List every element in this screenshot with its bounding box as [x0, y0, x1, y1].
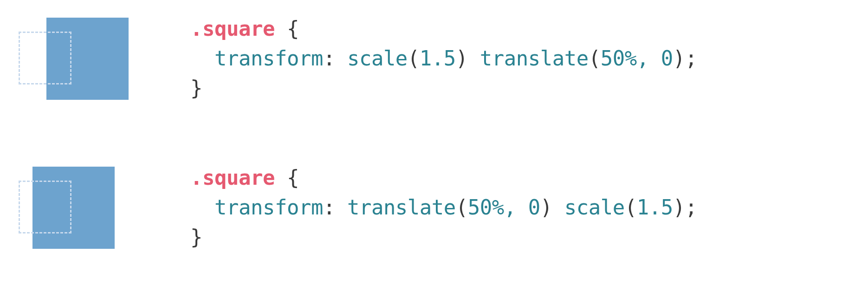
- origin-outline: [19, 181, 71, 233]
- semicolon: ;: [685, 46, 697, 70]
- fn-name: translate: [480, 46, 589, 70]
- origin-outline: [19, 32, 71, 84]
- css-property: transform: [214, 46, 323, 70]
- close-brace: }: [190, 225, 202, 249]
- fn-args: 1.5: [637, 195, 673, 219]
- example-row-1: .square { transform: scale(1.5) translat…: [19, 14, 849, 103]
- css-property: transform: [214, 195, 323, 219]
- fn-args: 1.5: [420, 46, 456, 70]
- fn-name: scale: [347, 46, 408, 70]
- open-paren: (: [408, 46, 420, 70]
- close-paren: ): [456, 46, 468, 70]
- fn-name: scale: [564, 195, 625, 219]
- css-selector: .square: [190, 166, 275, 189]
- open-paren: (: [625, 195, 637, 219]
- semicolon: ;: [685, 195, 697, 219]
- close-paren: ): [673, 195, 685, 219]
- fn-args: 50%, 0: [468, 195, 540, 219]
- example-row-2: .square { transform: translate(50%, 0) s…: [19, 163, 849, 252]
- close-paren: ): [540, 195, 552, 219]
- colon: :: [323, 46, 335, 70]
- code-snippet-2: .square { transform: translate(50%, 0) s…: [190, 163, 849, 252]
- css-selector: .square: [190, 17, 275, 40]
- fn-name: translate: [347, 195, 456, 219]
- open-brace: {: [287, 166, 299, 189]
- open-paren: (: [589, 46, 601, 70]
- colon: :: [323, 195, 335, 219]
- open-paren: (: [456, 195, 468, 219]
- open-brace: {: [287, 17, 299, 40]
- close-paren: ): [673, 46, 685, 70]
- close-brace: }: [190, 76, 202, 100]
- fn-args: 50%, 0: [601, 46, 673, 70]
- code-snippet-1: .square { transform: scale(1.5) translat…: [190, 14, 849, 103]
